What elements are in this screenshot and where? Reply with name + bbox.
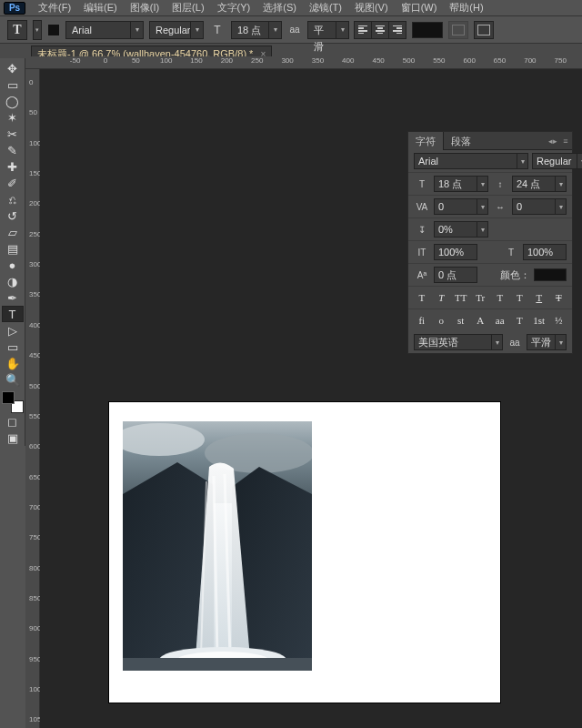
font-size-select[interactable]: 18 点 ▾ [231,21,282,39]
screenmode-icon[interactable]: ▣ [2,430,24,446]
shape-tool[interactable]: ▭ [2,339,24,355]
menu-help[interactable]: 帮助(H) [449,1,483,15]
italic-button[interactable]: T [433,290,449,305]
font-style-select[interactable]: Regular ▾ [149,21,204,39]
smallcaps-button[interactable]: Tr [472,290,488,305]
panel-tracking-value: 0 [513,198,555,215]
heal-tool[interactable]: ✚ [2,158,24,175]
menu-image[interactable]: 图像(I) [130,1,159,15]
antialias-icon: aa [287,23,302,37]
titling-button[interactable]: T [511,313,527,328]
panel-tracking-select[interactable]: 0▾ [512,198,567,215]
dodge-tool[interactable]: ◑ [2,273,24,289]
menu-filter[interactable]: 滤镜(T) [309,1,342,15]
baseline-icon: ↧ [414,222,430,237]
font-size-value: 18 点 [232,22,268,38]
panel-antialias-value: 平滑 [527,334,555,350]
underline-button[interactable]: T [531,290,547,305]
font-size-icon: T [414,177,430,191]
pen-tool[interactable]: ✒ [2,289,24,306]
panel-antialias-select[interactable]: 平滑▾ [527,334,567,350]
quickmask-icon[interactable]: ◻ [2,413,24,430]
bold-button[interactable]: T [414,290,430,305]
chevron-down-icon: ▾ [130,22,143,38]
panel-kerning-select[interactable]: 0▾ [434,198,488,215]
gradient-tool[interactable]: ▤ [2,240,24,257]
eraser-tool[interactable]: ▱ [2,224,24,240]
magic-wand-tool[interactable]: ✶ [2,109,24,126]
tool-preset-chevron-icon[interactable]: ▾ [33,20,42,40]
panel-kerning-value: 0 [435,198,477,215]
workspace: ✥ ▭ ◯ ✶ ✂ ✎ ✚ ✐ ⎌ ↺ ▱ ▤ ● ◑ ✒ T ▷ ▭ ✋ 🔍 … [0,62,582,728]
menu-bar: Ps 文件(F) 编辑(E) 图像(I) 图层(L) 文字(Y) 选择(S) 滤… [0,0,582,16]
panel-font-size-select[interactable]: 18 点▾ [434,176,488,192]
orientation-icon[interactable] [47,24,60,36]
panel-font-family-select[interactable]: Arial▾ [414,153,528,169]
color-label: 颜色： [500,268,530,282]
brush-tool[interactable]: ✐ [2,175,24,191]
menu-file[interactable]: 文件(F) [38,1,71,15]
blur-tool[interactable]: ● [2,257,24,273]
subscript-button[interactable]: T [511,290,527,305]
tool-icon-type: T [7,20,27,40]
tab-character[interactable]: 字符 [408,132,444,150]
color-swatches[interactable] [2,391,24,413]
type-tool[interactable]: T [2,306,24,322]
contextual-button[interactable]: o [433,313,449,328]
panel-baseline-select[interactable]: 0%▾ [434,221,488,238]
document-canvas[interactable] [109,402,500,703]
panel-vscale[interactable]: 100% [434,244,477,260]
swash-button[interactable]: A [472,313,488,328]
history-brush-tool[interactable]: ↺ [2,207,24,224]
font-family-select[interactable]: Arial ▾ [65,21,144,39]
menu-select[interactable]: 选择(S) [263,1,296,15]
move-tool[interactable]: ✥ [2,60,24,76]
menu-view[interactable]: 视图(V) [355,1,388,15]
hand-tool[interactable]: ✋ [2,355,24,371]
lasso-tool[interactable]: ◯ [2,93,24,109]
panel-menu-icon[interactable]: ≡ [559,135,572,147]
antialias-select[interactable]: 平滑 ▾ [307,21,349,39]
crop-tool[interactable]: ✂ [2,126,24,142]
collapse-icon[interactable]: ◂▸ [547,135,559,147]
menu-window[interactable]: 窗口(W) [401,1,437,15]
tracking-icon: ↔ [492,199,508,214]
type-style-buttons: T T TT Tr T T T T [408,286,572,308]
strike-button[interactable]: T [550,290,567,305]
panel-font-style-select[interactable]: Regular▾ [532,153,582,169]
path-select-tool[interactable]: ▷ [2,322,24,339]
menu-type[interactable]: 文字(Y) [217,1,251,15]
panel-color-swatch[interactable] [534,268,567,281]
menu-layer[interactable]: 图层(L) [172,1,204,15]
ruler-horizontal: -500501001502002503003504004505005506006… [25,56,582,69]
marquee-tool[interactable]: ▭ [2,76,24,93]
allcaps-button[interactable]: TT [453,290,469,305]
options-bar: T ▾ Arial ▾ Regular ▾ T 18 点 ▾ aa 平滑 ▾ [0,16,582,44]
toggle-char-panel-button[interactable] [474,21,494,39]
discretionary-button[interactable]: st [453,313,469,328]
ruler-vertical: 0501001502002503003504004505005506006507… [25,69,40,728]
panel-leading-select[interactable]: 24 点▾ [512,176,567,192]
eyedropper-tool[interactable]: ✎ [2,142,24,158]
fractions-button[interactable]: ½ [550,313,567,328]
ligature-button[interactable]: fi [414,313,430,328]
tab-paragraph[interactable]: 段落 [444,132,478,150]
chevron-down-icon: ▾ [336,22,348,38]
text-color-swatch[interactable] [412,22,443,38]
baseline-shift-icon: Aª [414,268,430,282]
align-center-button[interactable] [371,21,389,39]
stylistic-button[interactable]: aa [492,313,508,328]
placed-image[interactable] [123,421,312,671]
align-right-button[interactable] [388,21,406,39]
language-select[interactable]: 美国英语▾ [414,334,503,350]
ordinals-button[interactable]: 1st [531,313,547,328]
align-left-button[interactable] [354,21,372,39]
zoom-tool[interactable]: 🔍 [2,371,24,388]
superscript-button[interactable]: T [492,290,508,305]
menu-edit[interactable]: 编辑(E) [84,1,117,15]
stamp-tool[interactable]: ⎌ [2,191,24,207]
panel-hscale[interactable]: 100% [523,244,567,260]
hscale-icon: T [503,245,519,259]
panel-baseline-shift[interactable]: 0 点 [434,267,477,283]
warp-text-button[interactable] [448,21,468,39]
